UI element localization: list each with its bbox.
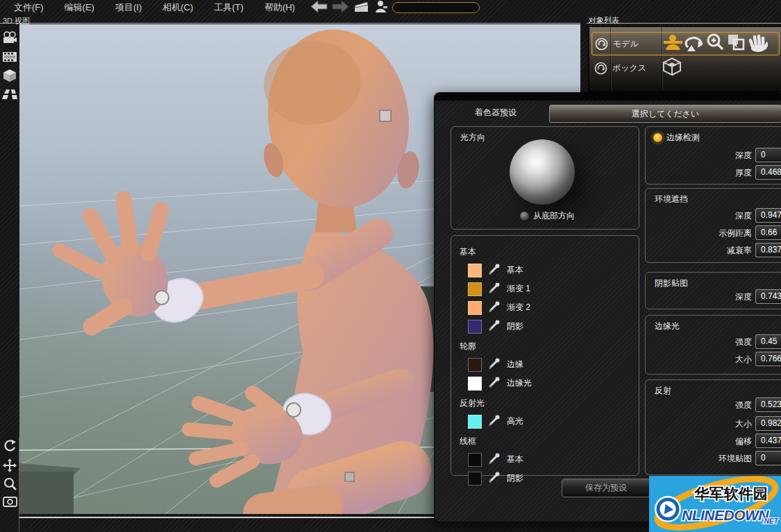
- color-swatch[interactable]: [468, 415, 482, 429]
- color-swatch[interactable]: [468, 377, 482, 391]
- color-swatch[interactable]: [468, 282, 482, 296]
- color-name: 阴影: [507, 472, 523, 484]
- edge-detect-radio[interactable]: [653, 132, 663, 143]
- param-label: 减衰率: [727, 245, 752, 257]
- param-value-input[interactable]: 0: [755, 148, 781, 162]
- gizmo-square-handle-top[interactable]: [380, 110, 391, 121]
- menu-bar: 文件(F) 编辑(E) 项目(I) 相机(C) 工具(T) 帮助(H): [0, 0, 781, 15]
- param-value-input[interactable]: 0: [755, 451, 781, 465]
- visibility-icon[interactable]: [592, 37, 610, 51]
- color-row: 渐变 1: [468, 280, 632, 298]
- toolbar-divider: [19, 437, 19, 532]
- model-rotate-icon[interactable]: [685, 33, 704, 55]
- light-direction-sphere[interactable]: [510, 139, 575, 205]
- menu-help[interactable]: 帮助(H): [264, 1, 295, 14]
- color-row: 基本: [468, 261, 632, 280]
- param-value-input[interactable]: 0.523: [755, 397, 781, 412]
- eyedropper-icon[interactable]: [488, 319, 501, 334]
- param-value-input[interactable]: 0.982: [755, 416, 781, 431]
- color-group-title: 轮廓: [460, 341, 632, 352]
- watermark-site-name: 华军软件园: [694, 486, 768, 501]
- box-cube-icon[interactable]: [662, 57, 682, 79]
- color-name: 边缘: [507, 359, 523, 370]
- param-value-input[interactable]: 0.743: [755, 289, 781, 304]
- screenshot-icon[interactable]: [2, 494, 17, 509]
- color-swatch[interactable]: [468, 320, 482, 334]
- eyedropper-icon[interactable]: [488, 452, 501, 467]
- menu-tools[interactable]: 工具(T): [214, 1, 244, 14]
- zoom-view-icon[interactable]: [2, 476, 17, 491]
- eyedropper-icon[interactable]: [488, 471, 501, 486]
- panel-titlebar[interactable]: [435, 93, 781, 101]
- param-label: 环境贴图: [719, 453, 752, 465]
- eyedropper-icon[interactable]: [488, 376, 501, 391]
- clapperboard-icon[interactable]: [353, 0, 369, 16]
- color-swatch[interactable]: [468, 472, 482, 486]
- floor-panels-icon[interactable]: [2, 87, 17, 102]
- color-row: 边缘光: [468, 374, 632, 393]
- green-cube-corner: [19, 463, 81, 514]
- color-swatch[interactable]: [468, 453, 482, 467]
- eyedropper-icon[interactable]: [488, 357, 501, 372]
- menu-project[interactable]: 项目(I): [115, 1, 142, 14]
- ambient-occlusion-box: 环境遮挡 深度 0.947 示例距离 0.66 减衰率 0.837: [645, 188, 781, 263]
- object-name: モデル: [613, 38, 663, 50]
- model-transform-icon[interactable]: [726, 33, 746, 55]
- param-group-title: 反射: [655, 385, 671, 397]
- film-strip-icon[interactable]: [2, 49, 17, 65]
- light-direction-box: 光方向 从底部方向: [451, 126, 639, 230]
- from-bottom-radio[interactable]: [519, 211, 530, 221]
- edge-detect-box: 边缘检测 深度 0 厚度 0.468: [645, 126, 781, 185]
- pose-person-icon[interactable]: [373, 0, 388, 16]
- param-value-input[interactable]: 0.766: [755, 352, 781, 366]
- param-label: 深度: [735, 210, 752, 222]
- color-name: 阴影: [507, 320, 523, 332]
- left-toolbar: [0, 24, 19, 514]
- param-label: 强度: [735, 336, 752, 348]
- cube-icon[interactable]: [2, 68, 17, 83]
- save-preset-button[interactable]: 保存为预设: [562, 479, 650, 497]
- param-value-input[interactable]: 0.437: [755, 434, 781, 448]
- gizmo-circle-handle-left-wrist[interactable]: [287, 403, 301, 417]
- visibility-icon[interactable]: [591, 62, 610, 75]
- menu-file[interactable]: 文件(F): [14, 1, 44, 14]
- color-swatch[interactable]: [468, 301, 482, 315]
- param-value-input[interactable]: 0.837: [755, 243, 781, 257]
- param-label: 深度: [735, 291, 752, 303]
- color-name: 基本: [507, 454, 523, 465]
- menu-camera[interactable]: 相机(C): [162, 1, 193, 14]
- viewport-tab-label: 3D 视图: [3, 16, 30, 26]
- reflection-box: 反射 强度 0.523 大小 0.982 偏移 0.437 环境贴图 0: [645, 379, 781, 475]
- eyedropper-icon[interactable]: [488, 282, 501, 297]
- color-swatch[interactable]: [468, 358, 482, 372]
- color-row: 渐变 2: [468, 298, 632, 317]
- eyedropper-icon[interactable]: [488, 263, 501, 278]
- model-hand-icon[interactable]: [747, 33, 768, 55]
- param-value-input[interactable]: 0.45: [755, 334, 781, 349]
- color-swatch[interactable]: [468, 264, 482, 277]
- eyedropper-icon[interactable]: [488, 300, 501, 316]
- model-focus-icon[interactable]: [663, 33, 683, 55]
- gizmo-circle-handle-right-wrist[interactable]: [155, 291, 169, 304]
- param-value-input[interactable]: 0.468: [755, 165, 781, 180]
- redo-arrow-icon[interactable]: [332, 0, 349, 16]
- gizmo-square-handle-bottom[interactable]: [345, 472, 354, 481]
- color-name: 基本: [507, 264, 523, 276]
- object-row-box[interactable]: ボックス: [591, 57, 778, 79]
- menu-edit[interactable]: 编辑(E): [65, 1, 94, 14]
- pan-view-icon[interactable]: [2, 458, 17, 473]
- param-value-input[interactable]: 0.947: [755, 208, 781, 223]
- object-list-title: 对象列表: [589, 15, 619, 26]
- model-zoom-icon[interactable]: [705, 33, 725, 55]
- preset-select-dropdown[interactable]: 選択してください: [549, 105, 781, 123]
- undo-arrow-icon[interactable]: [310, 0, 328, 16]
- param-value-input[interactable]: 0.66: [755, 225, 781, 240]
- object-row-model[interactable]: モデル: [591, 32, 780, 55]
- object-name: ボックス: [612, 62, 662, 74]
- eyedropper-icon[interactable]: [488, 414, 501, 429]
- movie-camera-icon[interactable]: [2, 30, 17, 45]
- menubar-search-input[interactable]: [392, 2, 480, 13]
- light-direction-label: 光方向: [460, 132, 485, 144]
- rotate-view-icon[interactable]: [2, 438, 17, 454]
- color-group-title: 反射光: [460, 397, 632, 409]
